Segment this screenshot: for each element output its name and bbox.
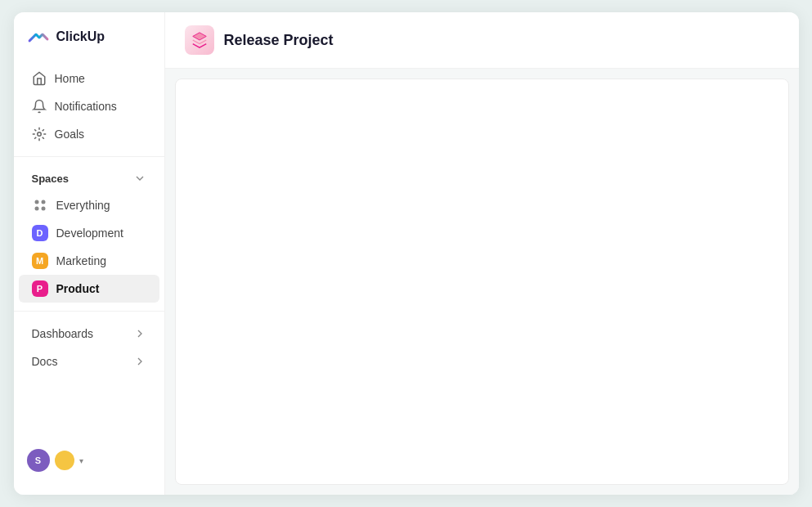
sidebar: ClickUp Home Notifications Goals bbox=[14, 12, 165, 495]
space-item-development[interactable]: D Development bbox=[19, 219, 159, 247]
notifications-label: Notifications bbox=[55, 100, 117, 113]
main-content: Release Project bbox=[165, 12, 799, 495]
home-label: Home bbox=[55, 72, 85, 85]
goals-label: Goals bbox=[55, 128, 85, 141]
space-item-marketing[interactable]: M Marketing bbox=[19, 247, 159, 275]
nav-home[interactable]: Home bbox=[19, 65, 159, 92]
user-dropdown-chevron-icon: ▾ bbox=[79, 456, 83, 465]
nav-goals[interactable]: Goals bbox=[19, 120, 159, 148]
content-area bbox=[165, 69, 799, 495]
svg-point-2 bbox=[41, 200, 45, 204]
collapsible-docs[interactable]: Docs bbox=[19, 348, 159, 375]
collapsible-dashboards[interactable]: Dashboards bbox=[19, 320, 159, 348]
svg-point-4 bbox=[41, 207, 45, 211]
svg-point-1 bbox=[34, 200, 38, 204]
dashboards-chevron-icon bbox=[133, 327, 146, 340]
logo-area[interactable]: ClickUp bbox=[14, 25, 164, 65]
space-item-product[interactable]: P Product bbox=[19, 275, 159, 303]
nav-notifications[interactable]: Notifications bbox=[19, 92, 159, 120]
space-everything-label: Everything bbox=[56, 199, 110, 212]
dashboards-label: Dashboards bbox=[32, 327, 94, 340]
space-development-label: Development bbox=[56, 227, 124, 240]
release-project-icon bbox=[191, 31, 209, 49]
marketing-badge: M bbox=[32, 253, 48, 269]
development-badge: D bbox=[32, 225, 48, 241]
docs-chevron-icon bbox=[133, 355, 146, 368]
sidebar-bottom[interactable]: S ▾ bbox=[14, 439, 164, 482]
notifications-icon bbox=[32, 99, 47, 114]
docs-label: Docs bbox=[32, 355, 58, 368]
user-avatar-secondary bbox=[55, 451, 74, 470]
section-divider-2 bbox=[14, 311, 164, 312]
clickup-logo-icon bbox=[27, 25, 50, 48]
content-panel bbox=[175, 79, 789, 485]
user-avatar: S bbox=[27, 449, 50, 472]
spaces-label: Spaces bbox=[32, 173, 70, 185]
space-product-label: Product bbox=[56, 282, 100, 295]
app-container: ClickUp Home Notifications Goals bbox=[14, 12, 799, 495]
project-title: Release Project bbox=[224, 32, 334, 49]
logo-text: ClickUp bbox=[56, 29, 105, 44]
svg-point-0 bbox=[37, 132, 41, 137]
dashboards-chevron-area bbox=[133, 327, 146, 340]
svg-point-3 bbox=[34, 207, 38, 211]
space-marketing-label: Marketing bbox=[56, 254, 106, 267]
everything-dots-icon bbox=[32, 197, 48, 213]
docs-chevron-area bbox=[133, 355, 146, 368]
space-item-everything[interactable]: Everything bbox=[19, 191, 159, 219]
main-header: Release Project bbox=[165, 12, 799, 69]
spaces-chevron-icon bbox=[133, 172, 146, 185]
goals-icon bbox=[32, 127, 47, 141]
home-icon bbox=[32, 71, 47, 86]
project-icon bbox=[185, 25, 214, 55]
spaces-header[interactable]: Spaces bbox=[19, 165, 159, 191]
product-badge: P bbox=[32, 280, 48, 297]
section-divider bbox=[14, 156, 164, 157]
